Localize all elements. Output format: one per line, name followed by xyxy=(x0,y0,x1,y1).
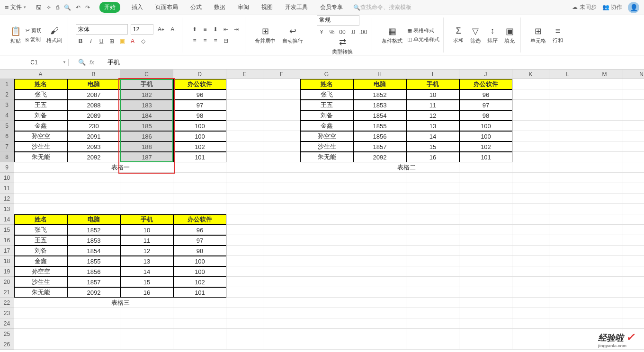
cell-I1[interactable]: 手机 xyxy=(406,79,459,89)
cell-M6[interactable] xyxy=(586,131,623,141)
cell-C25[interactable] xyxy=(120,329,173,339)
cell-M15[interactable] xyxy=(586,225,623,235)
cond-format-button[interactable]: ▦ 条件格式 xyxy=(380,26,404,44)
percent-icon[interactable]: % xyxy=(327,27,337,37)
row-header-16[interactable]: 16 xyxy=(0,235,14,246)
cell-K1[interactable] xyxy=(512,79,549,89)
row-header-3[interactable]: 3 xyxy=(0,100,14,110)
align-center-icon[interactable]: ≡ xyxy=(200,36,210,45)
cell-H6[interactable]: 1856 xyxy=(353,131,406,141)
decrease-font-icon[interactable]: A- xyxy=(169,25,178,34)
cell-K23[interactable] xyxy=(512,308,549,318)
cell-G12[interactable] xyxy=(300,194,353,204)
row-header-15[interactable]: 15 xyxy=(0,225,14,235)
cell-N12[interactable] xyxy=(623,194,644,204)
cell-L23[interactable] xyxy=(549,308,586,318)
cell-D7[interactable]: 102 xyxy=(173,141,226,152)
cell-A17[interactable]: 刘备 xyxy=(14,246,67,256)
cell-K24[interactable] xyxy=(512,318,549,329)
cell-H2[interactable]: 1852 xyxy=(353,89,406,100)
col-header-G[interactable]: G xyxy=(300,70,353,79)
cell-C11[interactable] xyxy=(120,183,173,194)
cell-F20[interactable] xyxy=(263,277,300,287)
cell-B14[interactable]: 电脑 xyxy=(67,214,120,225)
cell-H23[interactable] xyxy=(353,308,406,318)
cell-G14[interactable] xyxy=(300,214,353,225)
cell-G23[interactable] xyxy=(300,308,353,318)
cell-A5[interactable]: 金鑫 xyxy=(14,121,67,131)
row-header-21[interactable]: 21 xyxy=(0,287,14,298)
cell-H16[interactable] xyxy=(353,235,406,246)
cell-M12[interactable] xyxy=(586,194,623,204)
cell-style-button[interactable]: ◫ 单元格样式 xyxy=(407,36,439,43)
cell-K8[interactable] xyxy=(512,152,549,162)
cell-C16[interactable]: 11 xyxy=(120,235,173,246)
cell-M11[interactable] xyxy=(586,183,623,194)
cell-G1[interactable]: 姓名 xyxy=(300,79,353,89)
cell-N5[interactable] xyxy=(623,121,644,131)
cell-C17[interactable]: 12 xyxy=(120,246,173,256)
tab-layout[interactable]: 页面布局 xyxy=(154,1,179,13)
sum-button[interactable]: Σ求和 xyxy=(451,26,465,44)
col-header-C[interactable]: C xyxy=(120,70,173,79)
cell-B19[interactable]: 1856 xyxy=(67,266,120,277)
cell-L21[interactable] xyxy=(549,287,586,298)
cell-B11[interactable] xyxy=(67,183,120,194)
cell-K21[interactable] xyxy=(512,287,549,298)
cell-H13[interactable] xyxy=(353,204,406,214)
cell-C7[interactable]: 188 xyxy=(120,141,173,152)
cell-I23[interactable] xyxy=(406,308,459,318)
cell-D19[interactable]: 100 xyxy=(173,266,226,277)
formula-input[interactable] xyxy=(104,59,644,66)
cell-A21[interactable]: 朱无能 xyxy=(14,287,67,298)
cell-N24[interactable] xyxy=(623,318,644,329)
cell-C1[interactable]: 手机 xyxy=(120,79,173,89)
col-header-N[interactable]: N xyxy=(623,70,644,79)
cell-L13[interactable] xyxy=(549,204,586,214)
cell-G13[interactable] xyxy=(300,204,353,214)
cell-D16[interactable]: 97 xyxy=(173,235,226,246)
cell-J1[interactable]: 办公软件 xyxy=(459,79,512,89)
cell-G17[interactable] xyxy=(300,246,353,256)
cell-M8[interactable] xyxy=(586,152,623,162)
preview-icon[interactable]: 🔍 xyxy=(64,4,71,11)
cell-C23[interactable] xyxy=(120,308,173,318)
cell-J13[interactable] xyxy=(459,204,512,214)
cell-L25[interactable] xyxy=(549,329,586,339)
cell-N9[interactable] xyxy=(623,162,644,173)
cell-F7[interactable] xyxy=(263,141,300,152)
cell-I3[interactable]: 11 xyxy=(406,100,459,110)
cell-D11[interactable] xyxy=(173,183,226,194)
cell-E1[interactable] xyxy=(226,79,263,89)
cell-A12[interactable] xyxy=(14,194,67,204)
fx-icon[interactable]: fx xyxy=(89,59,94,66)
cell-G25[interactable] xyxy=(300,329,353,339)
cell-A14[interactable]: 姓名 xyxy=(14,214,67,225)
cell-D21[interactable]: 101 xyxy=(173,287,226,298)
cell-J18[interactable] xyxy=(459,256,512,266)
underline-button[interactable]: U xyxy=(97,36,106,46)
merge-center-button[interactable]: ⊞ 合并居中 xyxy=(253,26,277,44)
cell-B16[interactable]: 1853 xyxy=(67,235,120,246)
cell-G18[interactable] xyxy=(300,256,353,266)
cell-K4[interactable] xyxy=(512,110,549,121)
col-header-J[interactable]: J xyxy=(459,70,512,79)
cell-I25[interactable] xyxy=(406,329,459,339)
cell-L3[interactable] xyxy=(549,100,586,110)
cell-G20[interactable] xyxy=(300,277,353,287)
cell-K12[interactable] xyxy=(512,194,549,204)
row-header-4[interactable]: 4 xyxy=(0,110,14,121)
cell-N4[interactable] xyxy=(623,110,644,121)
dec-decimal-icon[interactable]: .00 xyxy=(358,27,368,37)
cell-L12[interactable] xyxy=(549,194,586,204)
format-painter-button[interactable]: 🖌 格式刷 xyxy=(45,26,64,44)
cell-L24[interactable] xyxy=(549,318,586,329)
cell-B8[interactable]: 2092 xyxy=(67,152,120,162)
tab-data[interactable]: 数据 xyxy=(213,1,226,13)
cell-B20[interactable]: 1857 xyxy=(67,277,120,287)
cell-K11[interactable] xyxy=(512,183,549,194)
cell-A25[interactable] xyxy=(14,329,67,339)
cell-K25[interactable] xyxy=(512,329,549,339)
cell-L9[interactable] xyxy=(549,162,586,173)
cell-B6[interactable]: 2091 xyxy=(67,131,120,141)
